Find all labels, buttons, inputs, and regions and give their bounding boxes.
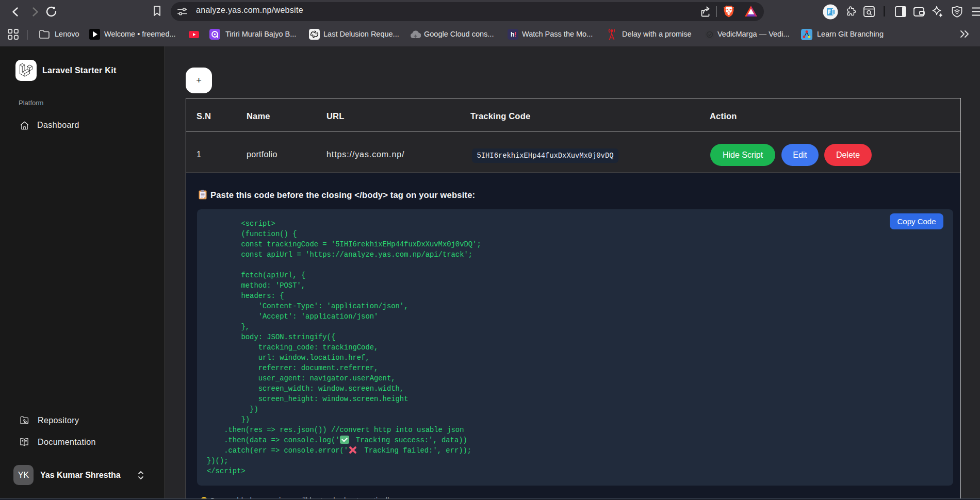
svg-text:!: ! bbox=[514, 31, 516, 38]
